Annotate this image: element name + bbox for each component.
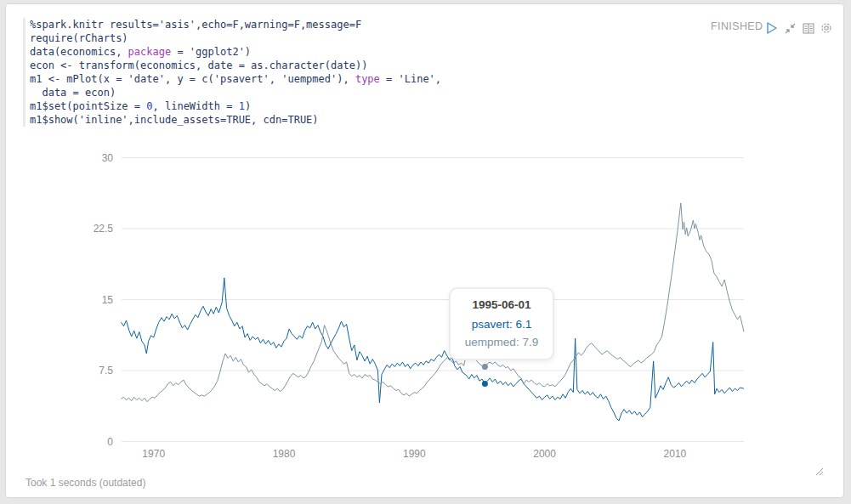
y-axis-tick-label: 0 bbox=[107, 436, 113, 448]
hover-dot-uempmed bbox=[482, 364, 488, 370]
hover-dot-psavert bbox=[482, 381, 488, 387]
line-chart[interactable]: 3022.5157.5019701980199020002010 bbox=[17, 146, 782, 473]
paragraph-settings-button[interactable] bbox=[820, 21, 833, 35]
code-lines: %spark.knitr results='asis',echo=F,warni… bbox=[30, 18, 574, 127]
tooltip-row-psavert: psavert: 6.1 bbox=[451, 318, 553, 331]
code-line: m1 <- mPlot(x = 'date', y = c('psavert',… bbox=[30, 72, 574, 86]
code-line: data = econ) bbox=[30, 86, 574, 99]
code-line: m1$set(pointSize = 0, lineWidth = 1) bbox=[30, 99, 574, 113]
execution-status: Took 1 seconds (outdated) bbox=[26, 477, 145, 489]
code-line: econ <- transform(economics, date = as.c… bbox=[30, 59, 574, 72]
chart-canvas: 3022.5157.5019701980199020002010 bbox=[17, 146, 782, 473]
x-axis-tick-label: 1990 bbox=[403, 448, 426, 460]
gear-icon bbox=[820, 21, 833, 35]
y-axis-tick-label: 7.5 bbox=[99, 365, 113, 377]
code-line: require(rCharts) bbox=[30, 31, 574, 45]
code-editor[interactable]: %spark.knitr results='asis',echo=F,warni… bbox=[23, 18, 574, 127]
series-line-uempmed bbox=[121, 203, 744, 402]
compress-arrows-icon bbox=[784, 22, 797, 35]
resize-handle[interactable] bbox=[812, 464, 825, 478]
play-icon bbox=[765, 21, 779, 35]
shrink-paragraph-button[interactable] bbox=[784, 21, 797, 35]
x-axis-tick-label: 1970 bbox=[142, 448, 165, 460]
run-paragraph-button[interactable] bbox=[765, 21, 779, 35]
chart-tooltip: 1995-06-01 psavert: 6.1 uempmed: 7.9 bbox=[449, 287, 554, 360]
code-line: %spark.knitr results='asis',echo=F,warni… bbox=[30, 18, 574, 31]
code-line: data(economics, package = 'ggplot2') bbox=[30, 45, 574, 59]
tooltip-date: 1995-06-01 bbox=[451, 298, 553, 311]
y-axis-tick-label: 22.5 bbox=[94, 223, 114, 235]
y-axis-tick-label: 30 bbox=[102, 152, 114, 164]
x-axis-tick-label: 2000 bbox=[533, 448, 556, 460]
x-axis-tick-label: 1980 bbox=[273, 448, 296, 460]
paragraph-status: FINISHED bbox=[711, 20, 763, 32]
toggle-editor-button[interactable] bbox=[802, 21, 815, 35]
tooltip-row-uempmed: uempmed: 7.9 bbox=[451, 336, 553, 348]
y-axis-tick-label: 15 bbox=[102, 294, 114, 306]
resize-grip-icon bbox=[812, 464, 825, 478]
x-axis-tick-label: 2010 bbox=[664, 448, 687, 460]
code-line: m1$show('inline',include_assets=TRUE, cd… bbox=[30, 113, 574, 127]
book-icon bbox=[802, 22, 815, 35]
